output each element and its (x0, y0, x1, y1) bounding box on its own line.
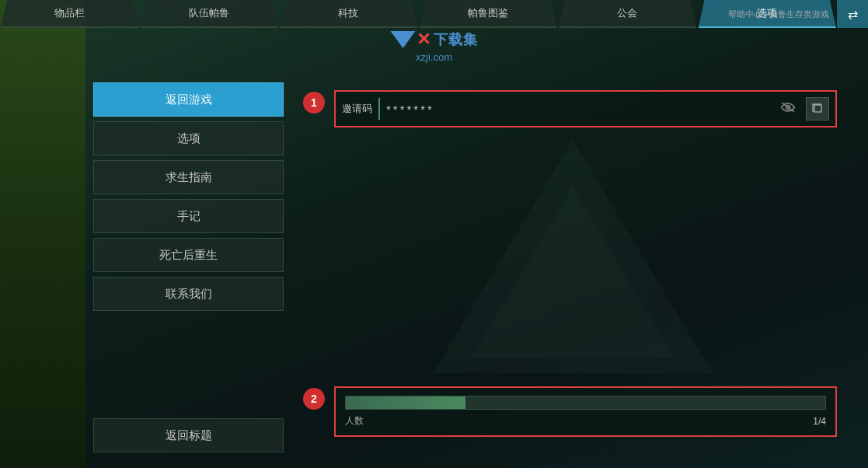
watermark: ✕ 下载集 xzji.com (390, 30, 478, 63)
watermark-arrow-icon (390, 31, 415, 48)
section-2-num: 2 (303, 388, 325, 410)
watermark-logo: ✕ 下载集 (390, 30, 478, 50)
sidebar-btn-back-title[interactable]: 返回标题 (93, 418, 284, 452)
watermark-text: 下载集 (434, 30, 478, 49)
sidebar-btn-survival-guide[interactable]: 求生指南 (93, 160, 284, 194)
nav-tab-tech[interactable]: 科技 (280, 0, 418, 28)
copy-icon (811, 102, 824, 117)
eye-icon (780, 101, 796, 117)
watermark-sub: xzji.com (416, 51, 452, 63)
sidebar-btn-options[interactable]: 选项 (93, 121, 284, 155)
player-count-value: 1/4 (813, 416, 826, 427)
nav-arrow-btn[interactable]: ⇄ (837, 0, 868, 28)
sidebar-btn-return-game[interactable]: 返回游戏 (93, 82, 284, 117)
sidebar-spacer (93, 316, 288, 414)
invite-code-box: 邀请码 ******* (334, 90, 837, 127)
player-bar-fill (346, 396, 465, 409)
nav-tab-inventory[interactable]: 物品栏 (1, 0, 139, 28)
watermark-x-icon: ✕ (417, 30, 431, 50)
player-label: 人数 (345, 414, 364, 428)
nav-tab-guild[interactable]: 公会 (559, 0, 697, 28)
sidebar-btn-respawn[interactable]: 死亡后重生 (93, 238, 284, 272)
player-bar-track (345, 396, 826, 410)
invite-copy-button[interactable] (806, 97, 829, 120)
nav-tab-map[interactable]: 帕鲁图鉴 (420, 0, 558, 28)
sidebar-btn-contact[interactable]: 联系我们 (93, 277, 284, 311)
player-count-box: 人数 1/4 (334, 386, 837, 437)
svg-rect-1 (814, 105, 821, 112)
top-right-info: 帮助中心 | 帕鲁生存类游戏 (728, 0, 829, 28)
section-1-row: 1 邀请码 ******* (303, 90, 837, 127)
sidebar: 返回游戏 选项 求生指南 手记 死亡后重生 联系我们 返回标题 (0, 28, 288, 468)
invite-code-label: 邀请码 (342, 98, 380, 120)
nav-tab-team[interactable]: 队伍帕鲁 (141, 0, 279, 28)
section-1-num: 1 (303, 92, 325, 114)
player-count-row: 人数 1/4 (345, 414, 826, 428)
section-mid-spacer (303, 143, 837, 371)
main-content: 返回游戏 选项 求生指南 手记 死亡后重生 联系我们 返回标题 1 邀请码 **… (0, 28, 868, 468)
section-2-row: 2 人数 1/4 (303, 386, 837, 437)
invite-code-value: ******* (386, 103, 770, 116)
sidebar-btn-journal[interactable]: 手记 (93, 199, 284, 233)
right-panel: 1 邀请码 ******* (288, 28, 868, 468)
invite-eye-button[interactable] (776, 97, 800, 120)
